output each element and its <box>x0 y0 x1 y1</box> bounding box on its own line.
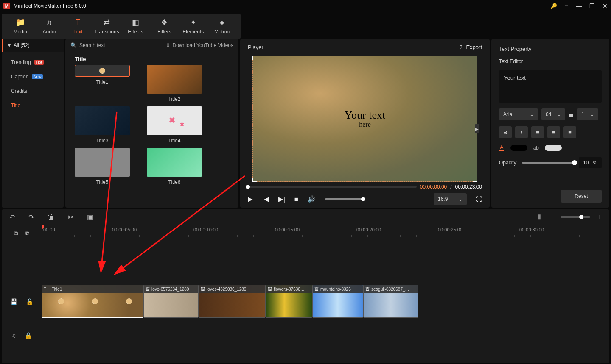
highlight-color-swatch[interactable] <box>545 145 562 151</box>
tab-label: Transitions <box>94 29 119 35</box>
player-title: Player <box>248 44 460 50</box>
thumb-title1[interactable]: Title1 <box>75 65 130 102</box>
thumb-title2[interactable]: Title2 <box>147 65 202 102</box>
ruler-tick: 00:00 <box>43 227 55 232</box>
key-icon[interactable]: 🔑 <box>550 3 557 9</box>
clip[interactable]: 🖼loves-4329036_1280 <box>199 285 266 318</box>
scrub-bar[interactable] <box>248 186 417 188</box>
category-all-label: All (52) <box>14 42 30 48</box>
stop-button[interactable]: ■ <box>294 195 298 203</box>
reset-button[interactable]: Reset <box>561 190 602 203</box>
tab-elements[interactable]: ✦Elements <box>179 14 207 39</box>
clip[interactable]: T⊤Title1 <box>42 285 143 318</box>
tab-motion[interactable]: ●Motion <box>207 14 236 39</box>
bold-button[interactable]: B <box>499 126 512 138</box>
prev-frame-button[interactable]: |◀ <box>262 195 269 203</box>
property-panel: Text Property Text Editor Your text Aria… <box>491 39 609 208</box>
tab-label: Filters <box>157 29 171 35</box>
tab-text[interactable]: TText <box>64 14 92 39</box>
volume-slider[interactable] <box>325 198 363 200</box>
font-select[interactable]: Arial⌄ <box>499 108 538 120</box>
thumb-title5[interactable]: Title5 <box>75 148 130 185</box>
export-button[interactable]: ⤴Export <box>460 44 482 50</box>
zoom-slider[interactable] <box>561 216 590 218</box>
search-input[interactable]: 🔍Search text <box>70 42 162 48</box>
time-current: 00:00:00:00 <box>420 184 447 190</box>
category-caption[interactable]: CaptionNew <box>2 69 64 84</box>
chevron-down-icon: ⌄ <box>590 111 594 117</box>
tab-label: Motion <box>214 29 230 35</box>
audio-track[interactable] <box>42 319 609 353</box>
tab-filters[interactable]: ❖Filters <box>150 14 179 39</box>
menu-icon[interactable]: ≡ <box>565 3 568 9</box>
thumb-title3[interactable]: Title3 <box>75 106 130 144</box>
font-size-select[interactable]: 64⌄ <box>541 108 565 120</box>
filters-icon: ❖ <box>161 18 168 27</box>
split-button[interactable]: ✂ <box>68 213 73 221</box>
player-panel: Player ⤴Export Your text here 00:00:00:0… <box>240 39 490 208</box>
category-all[interactable]: ▾ All (52) <box>2 39 64 52</box>
italic-button[interactable]: I <box>515 126 528 138</box>
highlight-color-picker[interactable]: ab <box>533 145 539 151</box>
time-ruler[interactable]: 00:00 00:00:05:00 00:00:10:00 00:00:15:0… <box>42 225 609 242</box>
link-label: Download YouTube Videos <box>173 42 233 48</box>
text-color-swatch[interactable] <box>510 145 527 151</box>
delete-button[interactable]: 🗑 <box>48 213 54 221</box>
text-color-picker[interactable]: A <box>499 144 504 151</box>
align-center-button[interactable]: ≡ <box>547 126 560 138</box>
fullscreen-button[interactable]: ⛶ <box>476 196 482 203</box>
clip[interactable]: 🖼flowers-87630… <box>266 285 312 318</box>
text-editor-input[interactable]: Your text <box>499 70 602 103</box>
music-icon[interactable]: ♫ <box>11 332 16 339</box>
play-button[interactable]: ▶ <box>248 195 253 203</box>
tab-effects[interactable]: ◧Effects <box>121 14 150 39</box>
aspect-ratio-select[interactable]: 16:9⌄ <box>434 193 467 205</box>
unlock-icon[interactable]: 🔓 <box>25 332 32 339</box>
thumb-title6[interactable]: Title6 <box>147 148 202 185</box>
line-height-select[interactable]: 1⌄ <box>577 108 598 120</box>
save-icon[interactable]: 💾 <box>10 298 17 305</box>
video-track[interactable]: T⊤Title1🖼love-6575234_1280🖼loves-4329036… <box>42 285 609 319</box>
download-youtube-link[interactable]: ⬇Download YouTube Videos <box>166 42 233 48</box>
opacity-slider[interactable] <box>522 162 575 164</box>
preview-stage[interactable]: Your text here <box>252 56 477 182</box>
align-left-button[interactable]: ≡ <box>531 126 544 138</box>
undo-button[interactable]: ↶ <box>9 213 15 221</box>
timeline-snap-icon[interactable]: ⦀ <box>538 213 541 221</box>
volume-icon[interactable]: 🔊 <box>308 195 316 203</box>
category-trending[interactable]: TrendingHot <box>2 55 64 69</box>
minimize-button[interactable]: — <box>576 3 582 9</box>
add-track-icon[interactable]: ⧉ <box>14 230 18 237</box>
unlock-icon[interactable]: 🔓 <box>26 298 33 305</box>
module-tabbar: 📁Media ♫Audio TText ⇄Transitions ◧Effect… <box>2 14 241 39</box>
tab-label: Media <box>14 29 28 35</box>
redo-button[interactable]: ↷ <box>28 213 34 221</box>
zoom-out-button[interactable]: − <box>549 213 552 221</box>
close-button[interactable]: ✕ <box>603 3 608 9</box>
tab-audio[interactable]: ♫Audio <box>35 14 64 39</box>
clip[interactable]: 🖼mountains-8326 <box>312 285 363 318</box>
clip[interactable]: 🖼seagull-8320687_… <box>363 285 418 318</box>
spacer-track-head <box>2 242 42 285</box>
thumb-label: Title5 <box>96 179 109 185</box>
tab-media[interactable]: 📁Media <box>6 14 35 39</box>
track-area[interactable]: 00:00 00:00:05:00 00:00:10:00 00:00:15:0… <box>42 225 609 363</box>
search-icon: 🔍 <box>70 42 77 48</box>
crop-button[interactable]: ▣ <box>87 213 93 221</box>
align-right-button[interactable]: ≡ <box>563 126 576 138</box>
zoom-in-button[interactable]: + <box>598 213 602 221</box>
next-frame-button[interactable]: ▶| <box>278 195 285 203</box>
category-credits[interactable]: Credits <box>2 84 64 98</box>
opacity-value[interactable]: 100 % <box>579 157 602 168</box>
playhead[interactable] <box>42 225 42 363</box>
thumb-title4[interactable]: ✖✖Title4 <box>147 106 202 144</box>
maximize-button[interactable]: ❐ <box>589 3 595 9</box>
category-title[interactable]: Title <box>2 98 64 113</box>
panel-collapse-button[interactable]: ▶ <box>475 124 479 133</box>
track-group-icon[interactable]: ⧉ <box>25 230 29 237</box>
category-label: Trending <box>11 59 31 65</box>
empty-track[interactable] <box>42 242 609 285</box>
tab-transitions[interactable]: ⇄Transitions <box>92 14 121 39</box>
thumb-label: Title3 <box>96 138 109 144</box>
clip[interactable]: 🖼love-6575234_1280 <box>143 285 199 318</box>
